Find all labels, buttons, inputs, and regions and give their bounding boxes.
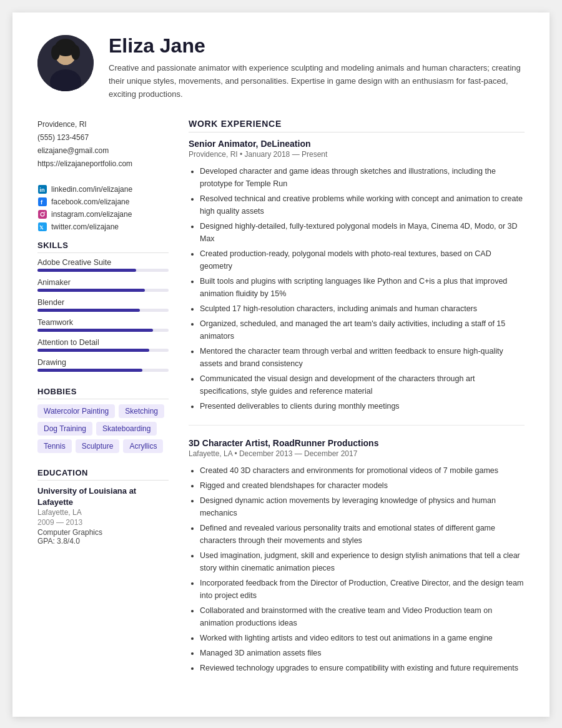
- edu-location: Lafayette, LA: [37, 508, 169, 517]
- skill-adobe-bar-fill: [37, 269, 136, 272]
- skill-teamwork-bar-bg: [37, 329, 169, 332]
- hobby-acryllics: Acryllics: [123, 439, 163, 453]
- bullet: Rigged and created blendshapes for chara…: [200, 479, 525, 492]
- bullet: Managed 3D animation assets files: [200, 647, 525, 659]
- bullet: Defined and revealed various personality…: [200, 522, 525, 547]
- education-item: University of Louisiana at Lafayette Laf…: [37, 486, 169, 546]
- header-section: Eliza Jane Creative and passionate anima…: [37, 35, 525, 101]
- bullet: Created production-ready, polygonal mode…: [200, 247, 525, 272]
- bullet: Sculpted 17 high-resolution characters, …: [200, 302, 525, 315]
- job-1: Senior Animator, DeLineation Providence,…: [189, 139, 525, 412]
- edu-field: Computer Graphics: [37, 528, 169, 537]
- skill-animaker-bar-fill: [37, 289, 145, 292]
- job-1-bullets: Developed character and game ideas throu…: [189, 165, 525, 412]
- skill-drawing-name: Drawing: [37, 358, 169, 367]
- skill-teamwork-bar-fill: [37, 329, 153, 332]
- edu-school-name: University of Louisiana at Lafayette: [37, 486, 169, 508]
- skill-attention-bar-bg: [37, 349, 169, 352]
- resume-container: Eliza Jane Creative and passionate anima…: [12, 12, 550, 717]
- facebook-url: facebook.com/elizajane: [51, 197, 129, 206]
- bullet: Developed character and game ideas throu…: [200, 165, 525, 190]
- hobbies-section: HOBBIES Watercolor Painting Sketching Do…: [37, 387, 169, 453]
- skill-teamwork-name: Teamwork: [37, 318, 169, 327]
- skills-list: Adobe Creative Suite Animaker: [37, 258, 169, 372]
- social-linkedin: in linkedin.com/in/elizajane: [37, 184, 169, 194]
- social-twitter: 𝕏 twitter.com/elizajane: [37, 222, 169, 232]
- bullet: Resolved technical and creative problems…: [200, 192, 525, 217]
- bullet: Organized, scheduled, and managed the ar…: [200, 317, 525, 342]
- candidate-bio: Creative and passionate animator with ex…: [109, 62, 525, 101]
- social-facebook: f facebook.com/elizajane: [37, 197, 169, 207]
- candidate-name: Eliza Jane: [109, 35, 525, 57]
- sidebar: Providence, RI (555) 123-4567 elizajane@…: [37, 119, 169, 692]
- education-title: EDUCATION: [37, 468, 169, 481]
- job-1-meta: Providence, RI • January 2018 — Present: [189, 150, 525, 159]
- skill-animaker-bar-bg: [37, 289, 169, 292]
- avatar: [37, 35, 94, 91]
- bullet: Built tools and plugins with scripting l…: [200, 275, 525, 300]
- edu-gpa: GPA: 3.8/4.0: [37, 537, 169, 546]
- bullet: Worked with lighting artists and video e…: [200, 632, 525, 644]
- social-instagram: instagram.com/elizajane: [37, 209, 169, 219]
- hobby-watercolor: Watercolor Painting: [37, 404, 115, 418]
- bullet: Reviewed technology upgrades to ensure c…: [200, 662, 525, 674]
- hobbies-grid: Watercolor Painting Sketching Dog Traini…: [37, 404, 169, 453]
- hobby-skateboarding: Skateboarding: [96, 422, 157, 436]
- bullet: Designed dynamic action movements by lev…: [200, 494, 525, 519]
- svg-rect-11: [38, 210, 47, 219]
- job-2-title: 3D Character Artist, RoadRunner Producti…: [189, 438, 525, 448]
- bullet: Collaborated and brainstormed with the c…: [200, 604, 525, 629]
- bullet: Mentored the character team through verb…: [200, 345, 525, 370]
- bullet: Created 40 3D characters and environment…: [200, 464, 525, 477]
- bullet: Used imagination, judgment, skill and ex…: [200, 549, 525, 574]
- skill-attention-bar-fill: [37, 349, 149, 352]
- work-experience-title: WORK EXPERIENCE: [189, 119, 525, 132]
- main-layout: Providence, RI (555) 123-4567 elizajane@…: [37, 119, 525, 692]
- contact-section: Providence, RI (555) 123-4567 elizajane@…: [37, 119, 169, 169]
- contact-location: Providence, RI: [37, 119, 169, 130]
- skill-drawing-bar-fill: [37, 369, 142, 372]
- skill-animaker-name: Animaker: [37, 278, 169, 287]
- hobby-sculpture: Sculpture: [76, 439, 120, 453]
- skill-blender-bar-fill: [37, 309, 140, 312]
- job-1-title: Senior Animator, DeLineation: [189, 139, 525, 149]
- facebook-icon: f: [37, 197, 47, 207]
- bullet: Incorporated feedback from the Director …: [200, 577, 525, 602]
- bullet: Communicated the visual design and devel…: [200, 372, 525, 397]
- svg-point-13: [44, 211, 46, 212]
- main-content: WORK EXPERIENCE Senior Animator, DeLinea…: [189, 119, 525, 692]
- instagram-icon: [37, 209, 47, 219]
- skill-attention: Attention to Detail: [37, 338, 169, 352]
- contact-email: elizajane@gmail.com: [37, 145, 169, 156]
- bullet: Designed highly-detailed, fully-textured…: [200, 220, 525, 245]
- skill-teamwork: Teamwork: [37, 318, 169, 332]
- contact-website: https://elizajaneportfolio.com: [37, 158, 169, 169]
- twitter-url: twitter.com/elizajane: [51, 222, 119, 231]
- hobby-sketching: Sketching: [119, 404, 164, 418]
- skill-blender-name: Blender: [37, 298, 169, 307]
- skills-title: SKILLS: [37, 241, 169, 253]
- work-experience-section: WORK EXPERIENCE Senior Animator, DeLinea…: [189, 119, 525, 674]
- bullet: Presented deliverables to clients during…: [200, 400, 525, 412]
- skill-drawing-bar-bg: [37, 369, 169, 372]
- svg-point-6: [71, 45, 80, 60]
- skill-adobe-bar-bg: [37, 269, 169, 272]
- skill-drawing: Drawing: [37, 358, 169, 372]
- hobbies-title: HOBBIES: [37, 387, 169, 399]
- svg-point-5: [51, 45, 60, 60]
- edu-dates: 2009 — 2013: [37, 518, 169, 527]
- skill-blender-bar-bg: [37, 309, 169, 312]
- job-2-meta: Lafayette, LA • December 2013 — December…: [189, 449, 525, 458]
- twitter-icon: 𝕏: [37, 222, 47, 232]
- skill-adobe-name: Adobe Creative Suite: [37, 258, 169, 267]
- skill-attention-name: Attention to Detail: [37, 338, 169, 347]
- header-info: Eliza Jane Creative and passionate anima…: [109, 35, 525, 101]
- job-2-bullets: Created 40 3D characters and environment…: [189, 464, 525, 674]
- job-divider: [189, 425, 525, 426]
- skill-animaker: Animaker: [37, 278, 169, 292]
- skills-section: SKILLS Adobe Creative Suite Animaker: [37, 241, 169, 372]
- social-section: in linkedin.com/in/elizajane f facebook.…: [37, 184, 169, 232]
- svg-text:in: in: [39, 186, 45, 192]
- linkedin-url: linkedin.com/in/elizajane: [51, 185, 132, 194]
- svg-text:𝕏: 𝕏: [39, 224, 44, 230]
